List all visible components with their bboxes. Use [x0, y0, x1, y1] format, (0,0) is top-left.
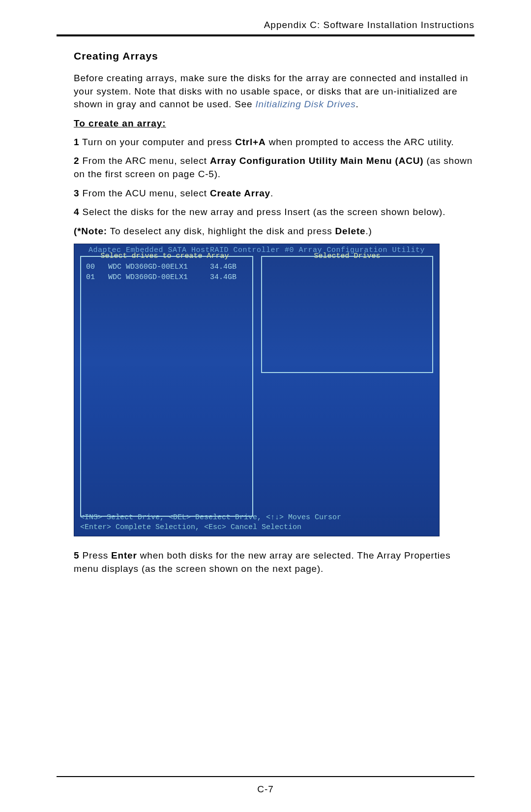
content-area: Creating Arrays Before creating arrays, …: [57, 50, 474, 576]
step-text-end: .: [270, 188, 273, 198]
step-text: Turn on your computer and press: [79, 137, 235, 147]
step-1: 1 Turn on your computer and press Ctrl+A…: [74, 136, 474, 149]
step-key: Enter: [111, 550, 137, 561]
note-text: To deselect any disk, highlight the disk…: [107, 226, 335, 236]
step-text: From the ARC menu, select: [79, 156, 210, 166]
note-end: .): [365, 226, 372, 236]
step-num: 2: [74, 156, 79, 166]
subheading: To create an array:: [74, 118, 474, 129]
intro-link[interactable]: Initializing Disk Drives: [255, 99, 355, 109]
drive-list: 00 WDC WD360GD-00ELX1 34.4GB 01 WDC WD36…: [81, 262, 252, 282]
step-text: Press: [79, 550, 111, 561]
note-key: Delete: [335, 226, 366, 236]
step-text: From the ACU menu, select: [79, 188, 210, 198]
intro-text-2: .: [355, 99, 358, 109]
step-bold: Create Array: [210, 188, 270, 198]
bios-left-panel: Select drives to create Array 00 WDC WD3…: [80, 256, 253, 517]
step-5: 5 Press Enter when both disks for the ne…: [74, 549, 474, 575]
bios-screenshot: Adaptec Embedded SATA HostRAID Controlle…: [74, 244, 440, 536]
bios-right-panel: Selected Drives: [261, 256, 433, 373]
bios-footer-line-1: <INS> Select Drive, <DEL> Deselect Drive…: [80, 513, 341, 523]
step-num: 4: [74, 207, 79, 217]
drive-id: 01: [86, 273, 95, 281]
bios-left-panel-title: Select drives to create Array: [96, 252, 234, 260]
intro-paragraph: Before creating arrays, make sure the di…: [74, 72, 474, 111]
drive-size: 34.4GB: [210, 263, 236, 271]
drive-size: 34.4GB: [210, 273, 236, 281]
drive-row[interactable]: 01 WDC WD360GD-00ELX1 34.4GB: [81, 272, 252, 282]
page-header: Appendix C: Software Installation Instru…: [57, 20, 474, 34]
bios-right-panel-title: Selected Drives: [312, 252, 382, 260]
step-2: 2 From the ARC menu, select Array Config…: [74, 155, 474, 181]
drive-row[interactable]: 00 WDC WD360GD-00ELX1 34.4GB: [81, 262, 252, 272]
page-footer: C-7: [0, 776, 531, 795]
step-num: 1: [74, 137, 79, 147]
header-rule: [57, 34, 474, 36]
step-key: Ctrl+A: [235, 137, 266, 147]
step-num: 3: [74, 188, 79, 198]
page-number: C-7: [0, 784, 531, 795]
drive-model: WDC WD360GD-00ELX1: [108, 273, 188, 281]
step-4: 4 Select the disks for the new array and…: [74, 206, 474, 219]
step-text: Select the disks for the new array and p…: [79, 207, 445, 217]
drive-model: WDC WD360GD-00ELX1: [108, 263, 188, 271]
bios-footer-line-2: <Enter> Complete Selection, <Esc> Cancel…: [80, 523, 341, 532]
note: (*Note: To deselect any disk, highlight …: [74, 225, 474, 238]
drive-id: 00: [86, 263, 95, 271]
step-num: 5: [74, 550, 79, 561]
section-title: Creating Arrays: [74, 50, 474, 62]
footer-rule: [57, 776, 474, 777]
step-bold: Array Configuration Utility Main Menu (A…: [210, 156, 423, 166]
note-label: (*Note:: [74, 226, 107, 236]
step-text-end: when prompted to access the ARC utility.: [266, 137, 454, 147]
bios-footer: <INS> Select Drive, <DEL> Deselect Drive…: [80, 513, 341, 532]
step-3: 3 From the ACU menu, select Create Array…: [74, 187, 474, 200]
